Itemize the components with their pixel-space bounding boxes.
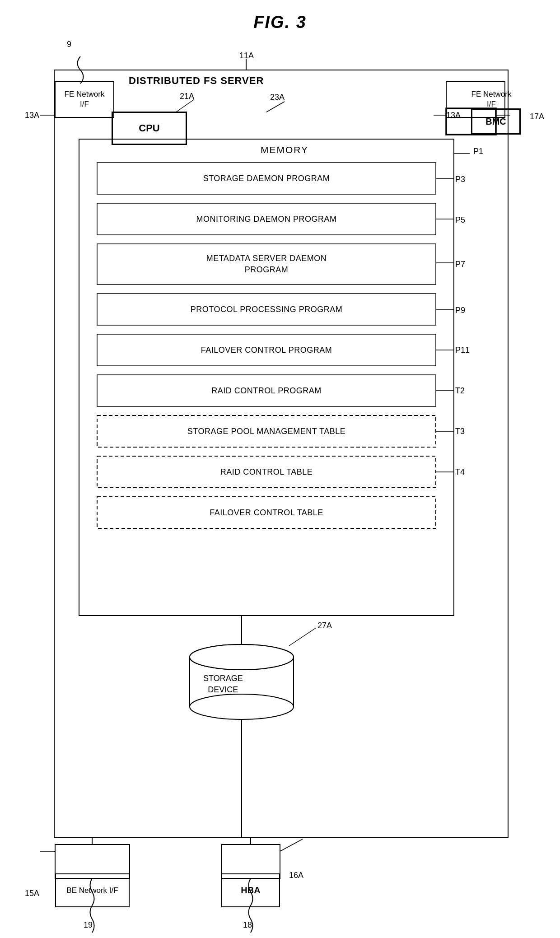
ref-p11: P11 — [455, 345, 470, 355]
failover-control-program: FAILOVER CONTROL PROGRAM — [97, 334, 436, 366]
raid-control-program: RAID CONTROL PROGRAM — [97, 375, 436, 406]
svg-line-27 — [176, 99, 194, 112]
ref-p3: P3 — [455, 175, 465, 184]
bmc-box: BMC — [471, 108, 521, 135]
storage-device-label: STORAGE DEVICE — [203, 673, 243, 695]
ref-9: 9 — [67, 40, 71, 49]
ref-11a: 11A — [239, 51, 254, 61]
ref-17a: 17A — [530, 112, 544, 121]
ref-19: 19 — [84, 920, 93, 930]
ref-p7: P7 — [455, 260, 465, 269]
storage-pool-management-table: STORAGE POOL MANAGEMENT TABLE — [97, 415, 436, 447]
metadata-server-daemon-program: METADATA SERVER DAEMONPROGRAM — [97, 244, 436, 285]
ref-27a: 27A — [317, 621, 332, 630]
storage-daemon-program: STORAGE DAEMON PROGRAM — [97, 163, 436, 194]
ref-13a-right: 13A — [446, 111, 461, 120]
page-container: FIG. 3 9 11A DISTRIBUTED FS SERVER FE Ne… — [0, 0, 560, 938]
svg-point-19 — [190, 644, 294, 670]
figure-title: FIG. 3 — [0, 13, 560, 32]
server-label: DISTRIBUTED FS SERVER — [129, 75, 264, 87]
ref-21a: 21A — [180, 92, 194, 101]
ref-p1: P1 — [473, 147, 483, 156]
fe-network-left: FE Network I/F — [55, 81, 114, 117]
ref-p9: P9 — [455, 306, 465, 315]
svg-line-28 — [266, 102, 285, 112]
protocol-processing-program: PROTOCOL PROCESSING PROGRAM — [97, 294, 436, 325]
ref-t2: T2 — [455, 386, 465, 396]
cpu-box: CPU — [112, 112, 187, 145]
ref-t3: T3 — [455, 427, 465, 436]
raid-control-table: RAID CONTROL TABLE — [97, 456, 436, 488]
ref-18: 18 — [243, 920, 252, 930]
memory-label: MEMORY — [79, 145, 490, 155]
be-network-box: BE Network I/F — [55, 873, 130, 907]
hba-box: HBA — [221, 873, 280, 907]
svg-line-40 — [289, 628, 316, 646]
ref-13a-left: 13A — [25, 111, 39, 120]
ref-23a: 23A — [270, 93, 285, 102]
ref-p5: P5 — [455, 215, 465, 225]
ref-16a: 16A — [289, 871, 303, 880]
svg-point-18 — [190, 694, 294, 719]
ref-t4: T4 — [455, 467, 465, 477]
ref-15a: 15A — [25, 889, 39, 898]
failover-control-table: FAILOVER CONTROL TABLE — [97, 497, 436, 528]
monitoring-daemon-program: MONITORING DAEMON PROGRAM — [97, 203, 436, 235]
svg-point-15 — [190, 644, 294, 670]
svg-line-44 — [280, 839, 303, 851]
